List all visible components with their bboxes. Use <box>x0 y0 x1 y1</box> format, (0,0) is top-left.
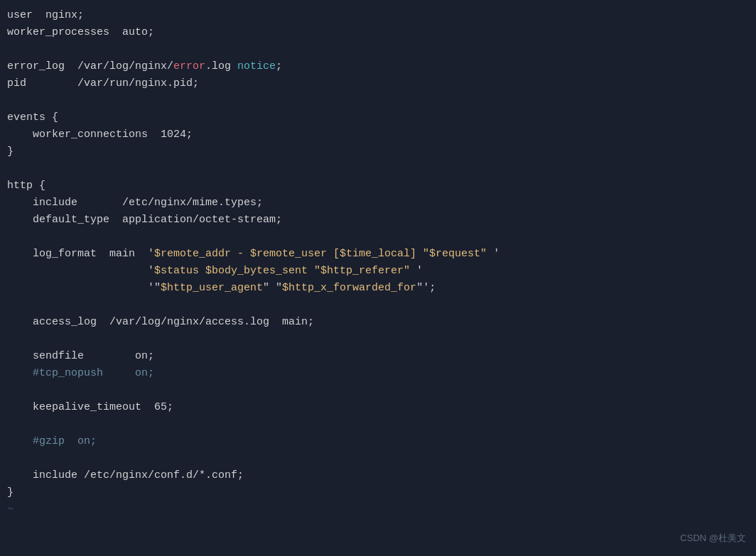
blank-line <box>7 331 749 348</box>
code-line: '$status $body_bytes_sent "$http_referer… <box>7 263 749 280</box>
blank-line <box>7 92 749 109</box>
code-line: log_format main '$remote_addr - $remote_… <box>7 246 749 263</box>
code-line: include /etc/nginx/conf.d/*.conf; <box>7 467 749 484</box>
blank-line <box>7 416 749 433</box>
code-line: pid /var/run/nginx.pid; <box>7 75 749 92</box>
code-line: error_log /var/log/nginx/error.log notic… <box>7 58 749 75</box>
access-log-line: access_log /var/log/nginx/access.log mai… <box>7 314 749 331</box>
code-line: } <box>7 484 749 501</box>
blank-line <box>7 450 749 467</box>
code-line: keepalive_timeout 65; <box>7 399 749 416</box>
blank-line <box>7 297 749 314</box>
blank-line <box>7 229 749 246</box>
code-line: worker_connections 1024; <box>7 126 749 143</box>
tilde-line: ~ <box>7 501 749 518</box>
code-line: default_type application/octet-stream; <box>7 212 749 229</box>
blank-line <box>7 382 749 399</box>
blank-line <box>7 160 749 178</box>
code-line: } <box>7 143 749 160</box>
code-line: user nginx; <box>7 7 749 24</box>
code-line: events { <box>7 109 749 126</box>
code-line: #gzip on; <box>7 433 749 450</box>
code-editor: user nginx; worker_processes auto; error… <box>0 0 756 556</box>
watermark: CSDN @杜美文 <box>680 531 746 546</box>
code-line: include /etc/nginx/mime.types; <box>7 195 749 212</box>
code-line: #tcp_nopush on; <box>7 365 749 382</box>
blank-line <box>7 41 749 58</box>
code-line: http { <box>7 178 749 195</box>
code-line: '"$http_user_agent" "$http_x_forwarded_f… <box>7 280 749 297</box>
code-line: sendfile on; <box>7 348 749 365</box>
code-line: worker_processes auto; <box>7 24 749 41</box>
